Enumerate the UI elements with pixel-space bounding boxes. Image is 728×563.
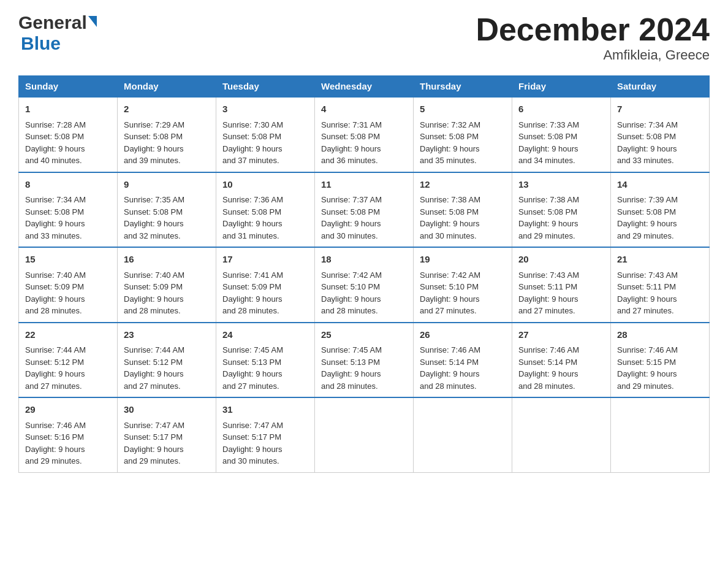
day-number: 8 xyxy=(25,178,111,192)
day-info: Sunrise: 7:40 AMSunset: 5:09 PMDaylight:… xyxy=(25,269,111,317)
day-number: 19 xyxy=(420,253,506,267)
day-number: 16 xyxy=(124,253,210,267)
day-number: 25 xyxy=(321,328,407,342)
day-info: Sunrise: 7:32 AMSunset: 5:08 PMDaylight:… xyxy=(420,119,506,167)
table-row: 21Sunrise: 7:43 AMSunset: 5:11 PMDayligh… xyxy=(611,247,710,323)
day-info: Sunrise: 7:42 AMSunset: 5:10 PMDaylight:… xyxy=(420,269,506,317)
day-number: 14 xyxy=(617,178,703,192)
calendar-week-row: 29Sunrise: 7:46 AMSunset: 5:16 PMDayligh… xyxy=(19,397,710,472)
day-number: 18 xyxy=(321,253,407,267)
table-row: 28Sunrise: 7:46 AMSunset: 5:15 PMDayligh… xyxy=(611,323,710,398)
day-info: Sunrise: 7:41 AMSunset: 5:09 PMDaylight:… xyxy=(222,269,308,317)
table-row: 23Sunrise: 7:44 AMSunset: 5:12 PMDayligh… xyxy=(118,323,216,398)
day-number: 26 xyxy=(420,328,506,342)
table-row: 12Sunrise: 7:38 AMSunset: 5:08 PMDayligh… xyxy=(414,172,512,248)
table-row: 8Sunrise: 7:34 AMSunset: 5:08 PMDaylight… xyxy=(19,172,118,248)
page-header: General Blue December 2024 Amfikleia, Gr… xyxy=(18,12,710,63)
day-info: Sunrise: 7:46 AMSunset: 5:14 PMDaylight:… xyxy=(518,344,604,392)
table-row: 16Sunrise: 7:40 AMSunset: 5:09 PMDayligh… xyxy=(118,247,216,323)
table-row: 18Sunrise: 7:42 AMSunset: 5:10 PMDayligh… xyxy=(315,247,414,323)
day-number: 27 xyxy=(518,328,604,342)
day-number: 3 xyxy=(222,102,308,117)
day-number: 15 xyxy=(25,253,111,267)
day-number: 23 xyxy=(124,328,210,342)
table-row: 30Sunrise: 7:47 AMSunset: 5:17 PMDayligh… xyxy=(118,397,216,472)
day-info: Sunrise: 7:39 AMSunset: 5:08 PMDaylight:… xyxy=(617,194,703,242)
day-info: Sunrise: 7:34 AMSunset: 5:08 PMDaylight:… xyxy=(25,194,111,242)
table-row: 15Sunrise: 7:40 AMSunset: 5:09 PMDayligh… xyxy=(19,247,118,323)
day-info: Sunrise: 7:43 AMSunset: 5:11 PMDaylight:… xyxy=(617,269,703,317)
page-title: December 2024 xyxy=(476,12,710,47)
day-info: Sunrise: 7:46 AMSunset: 5:16 PMDaylight:… xyxy=(25,419,111,467)
logo-line1: General xyxy=(18,12,97,33)
table-row: 5Sunrise: 7:32 AMSunset: 5:08 PMDaylight… xyxy=(414,97,512,172)
day-number: 13 xyxy=(518,178,604,192)
day-info: Sunrise: 7:46 AMSunset: 5:15 PMDaylight:… xyxy=(617,344,703,392)
table-row: 20Sunrise: 7:43 AMSunset: 5:11 PMDayligh… xyxy=(512,247,611,323)
col-monday: Monday xyxy=(118,76,216,98)
day-info: Sunrise: 7:30 AMSunset: 5:08 PMDaylight:… xyxy=(222,119,308,167)
calendar-week-row: 15Sunrise: 7:40 AMSunset: 5:09 PMDayligh… xyxy=(19,247,710,323)
day-number: 22 xyxy=(25,328,111,342)
col-saturday: Saturday xyxy=(611,76,710,98)
table-row: 13Sunrise: 7:38 AMSunset: 5:08 PMDayligh… xyxy=(512,172,611,248)
table-row: 29Sunrise: 7:46 AMSunset: 5:16 PMDayligh… xyxy=(19,397,118,472)
table-row: 25Sunrise: 7:45 AMSunset: 5:13 PMDayligh… xyxy=(315,323,414,398)
col-thursday: Thursday xyxy=(414,76,512,98)
col-sunday: Sunday xyxy=(19,76,118,98)
day-number: 10 xyxy=(222,178,308,192)
calendar-table: Sunday Monday Tuesday Wednesday Thursday… xyxy=(18,75,710,473)
table-row xyxy=(512,397,611,472)
day-info: Sunrise: 7:42 AMSunset: 5:10 PMDaylight:… xyxy=(321,269,407,317)
table-row: 3Sunrise: 7:30 AMSunset: 5:08 PMDaylight… xyxy=(216,97,315,172)
day-info: Sunrise: 7:36 AMSunset: 5:08 PMDaylight:… xyxy=(222,194,308,242)
col-wednesday: Wednesday xyxy=(315,76,414,98)
day-info: Sunrise: 7:46 AMSunset: 5:14 PMDaylight:… xyxy=(420,344,506,392)
day-info: Sunrise: 7:40 AMSunset: 5:09 PMDaylight:… xyxy=(124,269,210,317)
day-info: Sunrise: 7:44 AMSunset: 5:12 PMDaylight:… xyxy=(25,344,111,392)
day-info: Sunrise: 7:37 AMSunset: 5:08 PMDaylight:… xyxy=(321,194,407,242)
table-row: 1Sunrise: 7:28 AMSunset: 5:08 PMDaylight… xyxy=(19,97,118,172)
table-row: 7Sunrise: 7:34 AMSunset: 5:08 PMDaylight… xyxy=(611,97,710,172)
table-row: 19Sunrise: 7:42 AMSunset: 5:10 PMDayligh… xyxy=(414,247,512,323)
day-number: 24 xyxy=(222,328,308,342)
table-row: 6Sunrise: 7:33 AMSunset: 5:08 PMDaylight… xyxy=(512,97,611,172)
day-info: Sunrise: 7:44 AMSunset: 5:12 PMDaylight:… xyxy=(124,344,210,392)
day-info: Sunrise: 7:34 AMSunset: 5:08 PMDaylight:… xyxy=(617,119,703,167)
table-row: 27Sunrise: 7:46 AMSunset: 5:14 PMDayligh… xyxy=(512,323,611,398)
day-number: 5 xyxy=(420,102,506,117)
day-number: 12 xyxy=(420,178,506,192)
calendar-week-row: 22Sunrise: 7:44 AMSunset: 5:12 PMDayligh… xyxy=(19,323,710,398)
day-number: 11 xyxy=(321,178,407,192)
table-row xyxy=(315,397,414,472)
day-number: 29 xyxy=(25,403,111,417)
day-number: 28 xyxy=(617,328,703,342)
calendar-header-row: Sunday Monday Tuesday Wednesday Thursday… xyxy=(19,76,710,98)
logo-general-text: General xyxy=(18,12,87,33)
day-number: 9 xyxy=(124,178,210,192)
day-number: 30 xyxy=(124,403,210,417)
day-number: 20 xyxy=(518,253,604,267)
day-info: Sunrise: 7:38 AMSunset: 5:08 PMDaylight:… xyxy=(420,194,506,242)
day-info: Sunrise: 7:47 AMSunset: 5:17 PMDaylight:… xyxy=(124,419,210,467)
day-info: Sunrise: 7:45 AMSunset: 5:13 PMDaylight:… xyxy=(222,344,308,392)
day-info: Sunrise: 7:38 AMSunset: 5:08 PMDaylight:… xyxy=(518,194,604,242)
calendar-week-row: 1Sunrise: 7:28 AMSunset: 5:08 PMDaylight… xyxy=(19,97,710,172)
title-block: December 2024 Amfikleia, Greece xyxy=(476,12,710,63)
table-row: 24Sunrise: 7:45 AMSunset: 5:13 PMDayligh… xyxy=(216,323,315,398)
table-row: 10Sunrise: 7:36 AMSunset: 5:08 PMDayligh… xyxy=(216,172,315,248)
day-number: 6 xyxy=(518,102,604,117)
table-row: 14Sunrise: 7:39 AMSunset: 5:08 PMDayligh… xyxy=(611,172,710,248)
table-row: 26Sunrise: 7:46 AMSunset: 5:14 PMDayligh… xyxy=(414,323,512,398)
day-number: 17 xyxy=(222,253,308,267)
day-info: Sunrise: 7:29 AMSunset: 5:08 PMDaylight:… xyxy=(124,119,210,167)
day-number: 4 xyxy=(321,102,407,117)
table-row: 31Sunrise: 7:47 AMSunset: 5:17 PMDayligh… xyxy=(216,397,315,472)
table-row: 4Sunrise: 7:31 AMSunset: 5:08 PMDaylight… xyxy=(315,97,414,172)
day-number: 31 xyxy=(222,403,308,417)
logo-triangle-icon xyxy=(88,16,97,27)
logo-blue-text: Blue xyxy=(21,33,61,53)
day-info: Sunrise: 7:43 AMSunset: 5:11 PMDaylight:… xyxy=(518,269,604,317)
table-row: 17Sunrise: 7:41 AMSunset: 5:09 PMDayligh… xyxy=(216,247,315,323)
day-info: Sunrise: 7:31 AMSunset: 5:08 PMDaylight:… xyxy=(321,119,407,167)
